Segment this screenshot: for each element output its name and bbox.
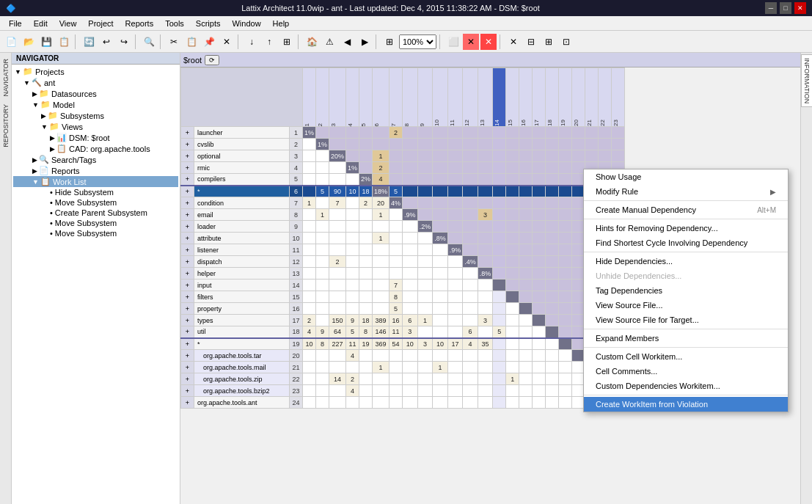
dsm-cell[interactable] [546,362,559,373]
dsm-cell[interactable] [546,385,559,397]
row-expand-btn[interactable]: + [181,256,194,268]
dsm-cell[interactable] [559,315,572,326]
tree-item[interactable]: ▶📄Reports [13,165,178,176]
dsm-cell[interactable]: .2% [417,221,433,233]
information-tab[interactable]: INFORMATION [801,54,813,107]
view-btn-6[interactable]: ⊡ [558,34,574,50]
dsm-cell[interactable] [559,186,572,197]
dsm-cell[interactable] [329,233,346,244]
menu-item-edit[interactable]: Edit [28,18,54,29]
nav-back-button[interactable]: ◀ [339,34,355,50]
dsm-cell[interactable] [373,385,389,397]
dsm-cell[interactable] [359,385,373,397]
row-expand-btn[interactable]: + [181,268,194,280]
dsm-cell[interactable]: 1 [417,315,433,326]
dsm-cell[interactable] [478,139,493,150]
dsm-cell[interactable] [303,291,316,303]
dsm-cell[interactable] [346,127,359,139]
dsm-cell[interactable]: 10 [403,338,418,350]
dsm-cell[interactable]: 6 [403,315,418,326]
dsm-cell[interactable] [463,268,478,280]
dsm-cell[interactable] [559,174,572,186]
dsm-cell[interactable]: .4% [463,256,478,268]
dsm-cell[interactable] [559,209,572,221]
dsm-cell[interactable] [346,221,359,233]
dsm-cell[interactable] [533,280,546,291]
dsm-cell[interactable] [559,256,572,268]
dsm-cell[interactable] [359,362,373,373]
nav-fwd-button[interactable]: ▶ [356,34,373,50]
dsm-cell[interactable] [433,385,448,397]
view-btn-5[interactable]: ⊞ [541,34,557,50]
dsm-cell[interactable] [519,197,533,209]
dsm-cell[interactable] [329,268,346,280]
dsm-cell[interactable] [463,139,478,150]
dsm-cell[interactable] [329,209,346,221]
dsm-cell[interactable] [559,233,572,244]
dsm-cell[interactable] [478,221,493,233]
dsm-cell[interactable]: 10 [303,338,316,350]
dsm-cell[interactable] [506,338,519,350]
dsm-cell[interactable] [447,197,463,209]
row-expand-btn[interactable]: + [181,350,194,362]
dsm-cell[interactable] [346,362,359,373]
dsm-cell[interactable] [493,397,506,409]
redo-button[interactable]: ↪ [116,34,132,50]
dsm-cell[interactable] [559,150,572,162]
dsm-cell[interactable] [493,127,506,139]
table-row[interactable]: +property165 [181,303,625,315]
dsm-cell[interactable] [346,150,359,162]
dsm-cell[interactable]: 2 [329,256,346,268]
dsm-cell[interactable] [417,209,433,221]
dsm-cell[interactable] [493,350,506,362]
dsm-cell[interactable]: 11 [346,338,359,350]
dsm-cell[interactable] [359,150,373,162]
dsm-cell[interactable] [447,209,463,221]
dsm-cell[interactable] [506,362,519,373]
context-menu-item-create-workitem[interactable]: Create WorkItem from Violation [584,397,788,412]
dsm-cell[interactable]: 2 [346,373,359,385]
dsm-cell[interactable] [389,233,403,244]
dsm-cell[interactable] [519,350,533,362]
context-menu-item-custom-cell-workitem[interactable]: Custom Cell Workitem... [584,349,788,364]
dsm-cell[interactable] [359,268,373,280]
dsm-cell[interactable]: 150 [329,315,346,326]
dsm-cell[interactable] [303,256,316,268]
menu-item-help[interactable]: Help [267,18,296,29]
dsm-cell[interactable] [533,268,546,280]
table-row[interactable]: +input147 [181,280,625,291]
dsm-cell[interactable] [533,338,546,350]
dsm-cell[interactable] [478,197,493,209]
dsm-cell[interactable] [316,233,329,244]
dsm-cell[interactable] [519,233,533,244]
dsm-cell[interactable]: 4 [373,174,389,186]
dsm-cell[interactable]: 3 [478,209,493,221]
table-row[interactable]: +types17215091838916613 [181,315,625,326]
dsm-cell[interactable] [493,233,506,244]
dsm-cell[interactable] [433,326,448,338]
dsm-cell[interactable] [346,268,359,280]
partition-button[interactable]: ⊞ [279,34,295,50]
row-expand-btn[interactable]: + [181,209,194,221]
dsm-cell[interactable]: 1 [316,209,329,221]
row-expand-btn[interactable]: + [181,303,194,315]
dsm-cell[interactable]: 10 [346,186,359,197]
dsm-cell[interactable] [389,174,403,186]
context-menu-item-modify-rule[interactable]: Modify Rule▶ [584,184,788,199]
row-expand-btn[interactable]: + [181,197,194,209]
dsm-cell[interactable] [447,139,463,150]
dsm-cell[interactable] [417,397,433,409]
dsm-cell[interactable] [417,280,433,291]
dsm-cell[interactable] [417,127,433,139]
dsm-cell[interactable] [417,139,433,150]
dsm-cell[interactable] [463,209,478,221]
dsm-cell[interactable] [329,303,346,315]
dsm-cell[interactable] [433,127,448,139]
dsm-cell[interactable]: 5 [493,326,506,338]
dsm-cell[interactable] [417,256,433,268]
table-row[interactable]: +*191082271119369541031017435 [181,338,625,350]
zoom-select[interactable]: 100% 75% 50% 150% [399,34,436,49]
dsm-cell[interactable] [329,291,346,303]
dsm-cell[interactable] [559,385,572,397]
dsm-cell[interactable]: 1 [433,362,448,373]
